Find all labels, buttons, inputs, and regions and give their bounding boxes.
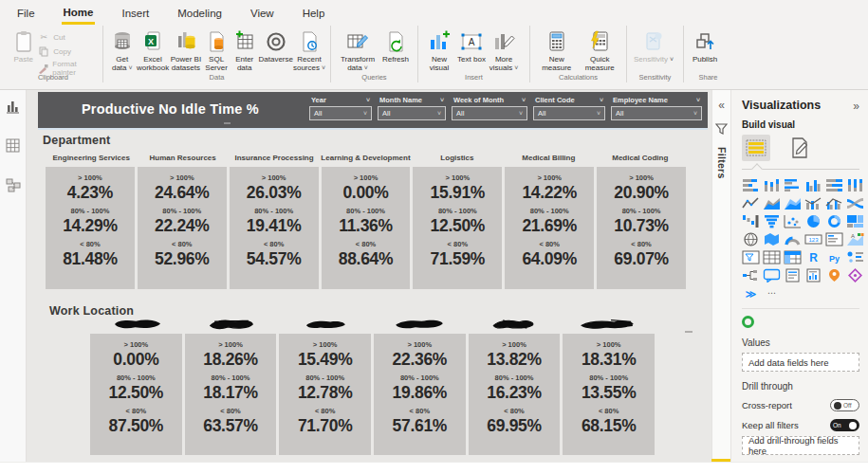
viz-icon-key-influencers[interactable] [846,250,864,264]
new-measure-button[interactable]: New measure [535,27,579,72]
keep-all-filters-toggle[interactable]: On [830,419,859,431]
data-view-icon[interactable] [6,138,20,156]
viz-icon-kpi[interactable]: A [846,232,864,246]
viz-icon-treemap[interactable] [846,214,864,228]
work-location-matrix[interactable]: > 100%0.00% 80% - 100%12.50% < 80%87.50%… [90,334,655,455]
new-visual-button[interactable]: New visual [423,27,455,72]
viz-icon-smart-narrative[interactable] [784,268,802,283]
viz-icon-pie-chart[interactable] [804,214,822,228]
viz-icon-scatter-chart[interactable] [784,214,802,228]
copy-button[interactable]: Copy [38,46,98,57]
slicer-year[interactable]: Year All [309,95,372,120]
viz-icon-decomposition-tree[interactable] [742,268,760,283]
tab-home[interactable]: Home [62,2,96,25]
build-visual-tab[interactable] [742,135,770,161]
viz-icon-line-and-clustered-column-chart[interactable] [825,196,843,210]
cross-report-toggle[interactable]: Off [830,399,859,411]
more-visuals-button[interactable]: More visuals [488,27,520,72]
viz-icon-clustered-column-chart[interactable] [804,178,822,192]
publish-button[interactable]: Publish [689,27,721,64]
transform-data-button[interactable]: Transform data [336,27,379,72]
table-plus-icon [234,29,255,54]
viz-icon-ribbon-chart[interactable] [846,196,864,210]
viz-icon-line-and-stacked-column-chart[interactable] [804,196,822,210]
viz-icon-clustered-bar-chart[interactable] [784,178,802,192]
viz-icon-100-stacked-column-chart[interactable] [846,178,864,192]
slicer-month-dropdown[interactable]: All [378,106,446,120]
viz-icon-arcgis-map[interactable] [825,268,843,283]
calculator-icon [547,29,566,54]
format-visual-tab[interactable] [785,135,814,161]
filter-funnel-icon[interactable] [715,121,728,138]
viz-icon-100-stacked-bar-chart[interactable] [825,178,843,192]
viz-icon-gauge[interactable] [784,232,802,246]
enter-data-button[interactable]: Enter data [231,27,259,72]
tab-insert[interactable]: Insert [120,3,151,23]
values-field-well[interactable]: Add data fields here [742,353,859,372]
tab-file[interactable]: File [15,3,37,23]
viz-icon-table[interactable] [763,250,781,264]
viz-icon-area-chart[interactable] [763,196,781,210]
viz-icon-more-options[interactable]: ⋯ [763,286,781,301]
viz-icon-metrics[interactable] [846,268,864,283]
viz-icon-stacked-area-chart[interactable] [784,196,802,210]
slicer-client-dropdown[interactable]: All [533,106,605,120]
slicer-employee-dropdown[interactable]: All [611,106,702,120]
paste-button[interactable]: Paste [9,27,38,64]
slicer-employee-name[interactable]: Employee Name All [611,95,702,120]
slicer-week-dropdown[interactable]: All [452,106,527,120]
viz-icon-card[interactable]: 123 [804,232,822,246]
view-switcher-toolbar [0,90,27,462]
sensitivity-button[interactable]: Sensitivity [632,27,675,64]
viz-icon-qa-visual[interactable] [763,268,781,283]
expand-pane-icon[interactable] [718,96,725,113]
custom-visual-icon[interactable] [742,316,754,328]
slicer-client-code[interactable]: Client Code All [533,95,605,120]
viz-icon-line-chart[interactable] [742,196,760,210]
report-title-bar[interactable]: Productive No Idle Time % Year All Month… [38,92,708,130]
tab-modeling[interactable]: Modeling [175,3,224,23]
report-view-icon[interactable] [6,100,20,118]
viz-icon-stacked-column-chart[interactable] [763,178,781,192]
get-data-button[interactable]: Get data [108,27,137,72]
tab-view[interactable]: View [249,3,276,23]
cut-button[interactable]: ✂ Cut [38,31,98,43]
excel-workbook-button[interactable]: X Excel workbook [137,27,170,72]
viz-icon-stacked-bar-chart[interactable] [742,178,760,192]
chart-pencil-icon [492,29,515,54]
values-label: Values [742,337,859,348]
column-header: Medical Coding [595,151,686,162]
viz-icon-donut-chart[interactable] [825,214,843,228]
viz-icon-slicer[interactable] [742,250,760,264]
viz-icon-funnel-chart[interactable] [763,214,781,228]
power-bi-datasets-button[interactable]: Power BI datasets [169,27,202,72]
viz-icon-matrix[interactable] [784,250,802,264]
department-matrix[interactable]: > 100%4.23% 80% - 100%14.29% < 80%81.48%… [46,167,686,289]
filters-pane-collapsed[interactable]: Filters [711,90,730,462]
report-canvas[interactable]: Productive No Idle Time % Year All Month… [27,90,711,462]
report-title: Productive No Idle Time % [82,101,259,128]
viz-icon-filled-map[interactable] [763,232,781,246]
collapse-pane-icon[interactable] [853,97,859,114]
viz-icon-map[interactable] [742,232,760,246]
model-view-icon[interactable] [6,177,21,196]
viz-icon-paginated-report[interactable] [804,268,822,283]
slicer-week-of-month[interactable]: Week of Month All [452,95,527,120]
viz-icon-power-automate[interactable]: ≫ [742,286,760,301]
slicer-month-name[interactable]: Month Name All [378,95,446,120]
viz-icon-waterfall-chart[interactable] [742,214,760,228]
text-box-button[interactable]: A Text box [455,27,488,64]
tab-help[interactable]: Help [301,3,327,23]
quick-measure-button[interactable]: Quick measure [579,27,622,72]
viz-icon-python-visual[interactable]: Py [825,250,843,264]
sql-server-button[interactable]: SQL Server [202,27,231,72]
refresh-button[interactable]: Refresh [379,27,412,64]
svg-text:A: A [851,233,855,239]
slicer-year-dropdown[interactable]: All [309,106,372,120]
recent-sources-button[interactable]: Recent sources [293,27,325,72]
redacted-label [393,318,446,331]
viz-icon-multi-row-card[interactable] [825,232,843,246]
viz-icon-r-script-visual[interactable]: R [804,250,822,264]
dataverse-button[interactable]: Dataverse [259,27,293,64]
drill-through-field-well[interactable]: Add drill-through fields here [742,436,859,455]
